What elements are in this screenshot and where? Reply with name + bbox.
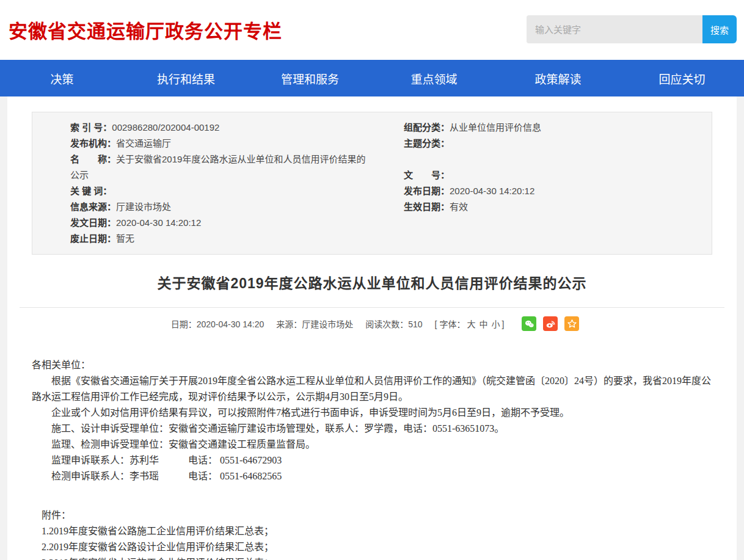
content-outer: 索 引 号：002986280/202004-00192 发布机构：省交通运输厅… (0, 96, 744, 560)
favorite-star-icon[interactable] (564, 316, 579, 331)
article-paragraph: 根据《安徽省交通运输厅关于开展2019年度全省公路水运工程从业单位和人员信用评价… (32, 373, 712, 405)
wechat-share-icon[interactable] (522, 316, 536, 331)
article-paragraph: 各相关单位： (32, 357, 712, 373)
nav-item-execution-results[interactable]: 执行和结果 (124, 60, 248, 96)
search-button[interactable]: 搜索 (702, 15, 737, 43)
meta-row-document-name: 名 称：关于安徽省2019年度公路水运从业单位和人员信用评价结果的公示 (70, 151, 372, 183)
font-size-control: [ 字体：大中小] (435, 318, 505, 330)
meta-row-issue-date: 发文日期：2020-04-30 14:20:12 (70, 215, 372, 231)
nav-item-management-service[interactable]: 管理和服务 (248, 60, 372, 96)
meta-row-info-source: 信息来源：厅建设市场处 (70, 199, 372, 215)
nav-item-decision[interactable]: 决策 (0, 60, 124, 96)
metadata-right-column: 组配分类：从业单位信用评价信息 主题分类： 文 号： 发布日期：2020-04-… (372, 120, 712, 247)
site-header: 安徽省交通运输厅政务公开专栏 搜索 (0, 0, 744, 60)
font-size-suffix: ] (501, 319, 504, 329)
article-paragraph-contact-inspection: 检测申诉联系人：李书瑶 电话： 0551-64682565 (32, 468, 712, 484)
nav-item-key-areas[interactable]: 重点领域 (372, 60, 496, 96)
attachment-item: 2.2019年度安徽省公路设计企业信用评价结果汇总表； (32, 539, 712, 555)
metadata-box: 索 引 号：002986280/202004-00192 发布机构：省交通运输厅… (32, 112, 712, 255)
font-size-prefix: [ 字体： (435, 319, 465, 329)
weibo-share-icon[interactable] (543, 316, 558, 331)
meta-row-effective-date: 生效日期：有效 (404, 199, 712, 215)
attachment-item: 1.2019年度安徽省公路施工企业信用评价结果汇总表； (32, 523, 712, 539)
page: 安徽省交通运输厅政务公开专栏 搜索 决策 执行和结果 管理和服务 重点领域 政策… (0, 0, 744, 560)
main-nav: 决策 执行和结果 管理和服务 重点领域 政策解读 回应关切 (0, 60, 744, 96)
article-title: 关于安徽省2019年度公路水运从业单位和人员信用评价结果的公示 (24, 272, 720, 293)
meta-row-doc-number: 文 号： (404, 167, 712, 183)
article-source: 来源：厅建设市场处 (276, 318, 353, 330)
title-divider (20, 307, 724, 308)
article-paragraph-contact-supervision: 监理申诉联系人：苏利华 电话： 0551-64672903 (32, 453, 712, 468)
article-read-count: 阅读次数：510 (365, 318, 422, 330)
content-area: 索 引 号：002986280/202004-00192 发布机构：省交通运输厅… (7, 96, 737, 560)
nav-item-policy-interpretation[interactable]: 政策解读 (496, 60, 620, 96)
share-icons (515, 316, 579, 331)
search-input[interactable] (527, 15, 702, 43)
article-paragraph: 监理、检测申诉受理单位：安徽省交通建设工程质量监督局。 (32, 437, 712, 453)
meta-row-keywords: 关 键 词： (70, 183, 372, 199)
metadata-left-column: 索 引 号：002986280/202004-00192 发布机构：省交通运输厅… (32, 120, 372, 247)
article-date: 日期：2020-04-30 14:20 (171, 318, 264, 330)
font-size-medium[interactable]: 中 (479, 319, 487, 329)
meta-row-spacer (404, 151, 712, 167)
article-paragraph: 企业或个人如对信用评价结果有异议，可以按照附件7格式进行书面申诉，申诉受理时间为… (32, 405, 712, 421)
meta-row-publish-date: 发布日期：2020-04-30 14:20:12 (404, 183, 712, 199)
article-body: 各相关单位： 根据《安徽省交通运输厅关于开展2019年度全省公路水运工程从业单位… (24, 357, 720, 560)
font-size-small[interactable]: 小 (491, 319, 500, 329)
font-size-large[interactable]: 大 (467, 319, 475, 329)
site-title: 安徽省交通运输厅政务公开专栏 (9, 16, 282, 43)
search-bar: 搜索 (527, 15, 737, 43)
attachments-heading: 附件： (32, 507, 712, 523)
meta-row-index-number: 索 引 号：002986280/202004-00192 (70, 120, 372, 136)
meta-row-issuing-agency: 发布机构：省交通运输厅 (70, 136, 372, 151)
article-paragraph: 施工、设计申诉受理单位：安徽省交通运输厅建设市场管理处，联系人：罗学霞，电话：0… (32, 421, 712, 437)
article-meta-line: 日期：2020-04-30 14:20 来源：厅建设市场处 阅读次数：510 [… (24, 316, 720, 332)
attachment-item: 3.2019年度安徽省水运施工企业信用评价结果汇总表； (32, 555, 712, 560)
nav-item-response-concerns[interactable]: 回应关切 (620, 60, 744, 96)
meta-row-group-category: 组配分类：从业单位信用评价信息 (404, 120, 712, 136)
meta-row-abolish-date: 废止日期：暂无 (70, 231, 372, 247)
meta-row-theme-category: 主题分类： (404, 136, 712, 151)
